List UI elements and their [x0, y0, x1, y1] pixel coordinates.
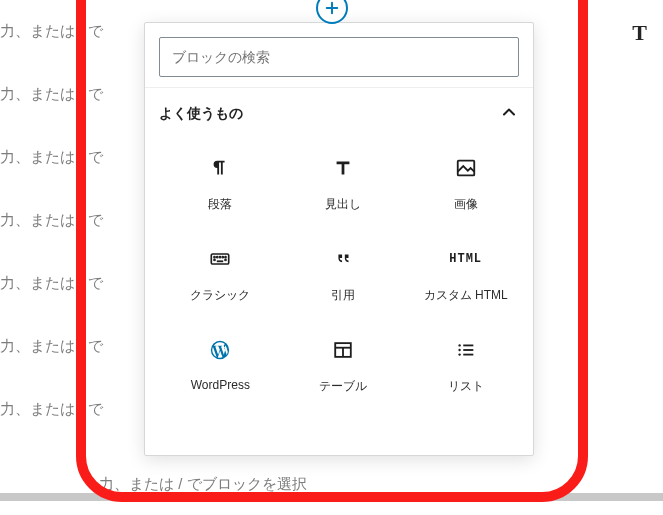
editor-placeholder-full[interactable]: 力、または / でブロックを選択: [99, 475, 307, 494]
html-icon: HTML: [452, 245, 480, 273]
svg-point-9: [225, 259, 226, 260]
block-table[interactable]: テーブル: [282, 322, 405, 407]
block-heading[interactable]: 見出し: [282, 140, 405, 225]
list-icon: [452, 336, 480, 364]
block-custom-html[interactable]: HTML カスタム HTML: [404, 231, 527, 316]
block-quote[interactable]: 引用: [282, 231, 405, 316]
placeholder-line[interactable]: 力、または / で: [0, 149, 103, 164]
table-icon: [329, 336, 357, 364]
section-title: よく使うもの: [159, 105, 243, 123]
quote-icon: [329, 245, 357, 273]
svg-point-5: [220, 257, 221, 258]
svg-rect-15: [463, 345, 473, 347]
placeholder-line[interactable]: 力、または / で: [0, 338, 103, 353]
block-label: クラシック: [190, 287, 250, 304]
section-most-used-header[interactable]: よく使うもの: [159, 88, 527, 140]
svg-point-7: [225, 257, 226, 258]
block-label: テーブル: [319, 378, 367, 395]
block-classic[interactable]: クラシック: [159, 231, 282, 316]
placeholder-line[interactable]: 力、または / で: [0, 23, 103, 38]
wordpress-icon: [206, 336, 234, 364]
block-wordpress[interactable]: WordPress: [159, 322, 282, 407]
block-label: 段落: [208, 196, 232, 213]
svg-point-14: [458, 344, 460, 346]
placeholder-line[interactable]: 力、または / で: [0, 86, 103, 101]
block-label: 引用: [331, 287, 355, 304]
chevron-up-icon: [499, 102, 519, 126]
page-divider: [0, 493, 663, 501]
svg-rect-17: [463, 349, 473, 351]
text-shortcut-icon[interactable]: T: [632, 20, 647, 46]
heading-t-icon: [329, 154, 357, 182]
svg-point-16: [458, 349, 460, 351]
placeholder-line[interactable]: 力、または / で: [0, 275, 103, 290]
svg-point-4: [217, 257, 218, 258]
block-paragraph[interactable]: 段落: [159, 140, 282, 225]
block-inserter-body[interactable]: よく使うもの 段落 見出し 画像: [145, 87, 533, 455]
block-label: リスト: [448, 378, 484, 395]
block-list[interactable]: リスト: [404, 322, 527, 407]
search-wrap: [145, 23, 533, 87]
svg-point-8: [214, 259, 215, 260]
keyboard-icon: [206, 245, 234, 273]
svg-point-18: [458, 353, 460, 355]
block-label: 見出し: [325, 196, 361, 213]
placeholder-line[interactable]: 力、または / で: [0, 401, 103, 416]
block-image[interactable]: 画像: [404, 140, 527, 225]
svg-rect-19: [463, 354, 473, 356]
placeholder-line[interactable]: 力、または / で: [0, 212, 103, 227]
add-block-button[interactable]: [316, 0, 348, 24]
block-label: 画像: [454, 196, 478, 213]
block-label: WordPress: [191, 378, 250, 392]
block-inserter-popover: よく使うもの 段落 見出し 画像: [144, 22, 534, 456]
block-search-input[interactable]: [159, 37, 519, 77]
image-icon: [452, 154, 480, 182]
svg-point-6: [223, 257, 224, 258]
pilcrow-icon: [206, 154, 234, 182]
svg-point-3: [214, 257, 215, 258]
block-grid: 段落 見出し 画像 クラシック: [159, 140, 527, 417]
block-label: カスタム HTML: [424, 287, 508, 304]
